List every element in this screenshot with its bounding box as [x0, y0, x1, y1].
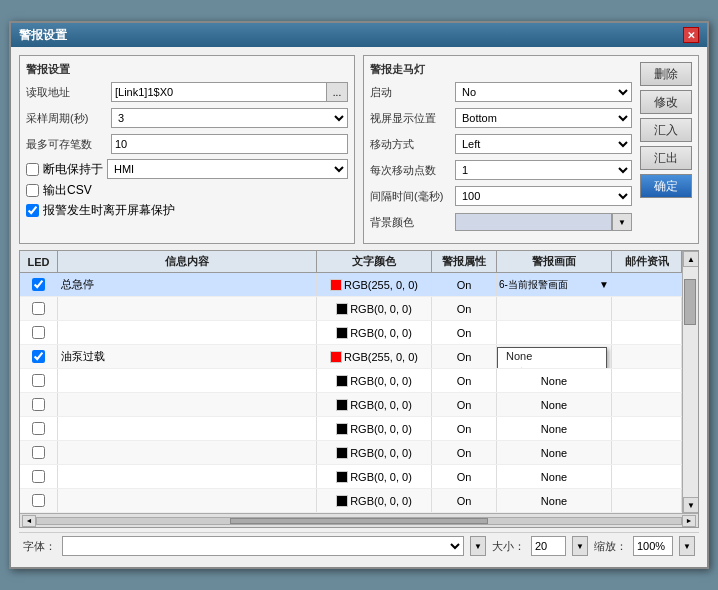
row2-led[interactable] — [20, 297, 58, 320]
move-type-select[interactable]: Left — [455, 134, 632, 154]
top-section: 警报设置 读取地址 ... 采样周期(秒) 3 最多可存笔数 — [19, 55, 699, 244]
bg-color-dropdown-btn[interactable]: ▼ — [612, 213, 632, 231]
h-scroll-thumb[interactable] — [230, 518, 488, 524]
zoom-input[interactable] — [633, 536, 673, 556]
position-select[interactable]: Bottom — [455, 108, 632, 128]
scroll-up-button[interactable]: ▲ — [683, 251, 699, 267]
row10-led-checkbox[interactable] — [32, 494, 45, 507]
size-dropdown-arrow[interactable]: ▼ — [572, 536, 588, 556]
header-info: 信息内容 — [58, 251, 317, 272]
row1-screen-dropdown-icon[interactable]: ▼ — [599, 279, 609, 290]
address-input-group: ... — [111, 82, 348, 102]
row2-color-dot — [336, 303, 348, 315]
move-step-select[interactable]: 1 — [455, 160, 632, 180]
row9-mail — [612, 465, 682, 488]
table-row[interactable]: RGB(0, 0, 0) On None — [20, 441, 682, 465]
import-button[interactable]: 汇入 — [640, 118, 692, 142]
max-records-input[interactable] — [111, 134, 348, 154]
modify-button[interactable]: 修改 — [640, 90, 692, 114]
font-size-input[interactable] — [531, 536, 566, 556]
serial-hmi-label: 断电保持于 — [43, 161, 103, 178]
dropdown-item-1[interactable]: 1-启始画面 — [498, 364, 606, 368]
serial-hmi-select[interactable]: HMI — [107, 159, 348, 179]
export-button[interactable]: 汇出 — [640, 146, 692, 170]
row3-led-checkbox[interactable] — [32, 326, 45, 339]
row5-led[interactable] — [20, 369, 58, 392]
address-input[interactable] — [111, 82, 326, 102]
enable-row: 启动 No — [370, 81, 632, 103]
scroll-down-button[interactable]: ▼ — [683, 497, 699, 513]
table-row[interactable]: RGB(0, 0, 0) On None — [20, 489, 682, 513]
left-panel: 警报设置 读取地址 ... 采样周期(秒) 3 最多可存笔数 — [19, 55, 355, 244]
position-row: 视屏显示位置 Bottom — [370, 107, 632, 129]
row9-color-value: RGB(0, 0, 0) — [350, 471, 412, 483]
row9-led[interactable] — [20, 465, 58, 488]
table-row[interactable]: RGB(0, 0, 0) On None — [20, 417, 682, 441]
table-row[interactable]: RGB(0, 0, 0) On — [20, 297, 682, 321]
enable-select[interactable]: No — [455, 82, 632, 102]
row3-color: RGB(0, 0, 0) — [317, 321, 432, 344]
move-step-label: 每次移动点数 — [370, 163, 455, 178]
zoom-label: 缩放： — [594, 539, 627, 554]
row4-led[interactable] — [20, 345, 58, 368]
scroll-track — [683, 267, 698, 497]
address-label: 读取地址 — [26, 85, 111, 100]
row2-info — [58, 297, 317, 320]
row3-screen — [497, 321, 612, 344]
row9-led-checkbox[interactable] — [32, 470, 45, 483]
interval-select[interactable]: 100 — [455, 186, 632, 206]
row10-led[interactable] — [20, 489, 58, 512]
row6-led-checkbox[interactable] — [32, 398, 45, 411]
row5-led-checkbox[interactable] — [32, 374, 45, 387]
row10-mail — [612, 489, 682, 512]
table-row[interactable]: 总急停 RGB(255, 0, 0) On 6-当前报警画面 ▼ — [20, 273, 682, 297]
row9-color: RGB(0, 0, 0) — [317, 465, 432, 488]
row9-attr: On — [432, 465, 497, 488]
row10-color: RGB(0, 0, 0) — [317, 489, 432, 512]
sample-row: 采样周期(秒) 3 — [26, 107, 348, 129]
row8-info — [58, 441, 317, 464]
left-panel-title: 警报设置 — [26, 62, 348, 77]
output-csv-checkbox[interactable] — [26, 184, 39, 197]
table-row[interactable]: RGB(0, 0, 0) On — [20, 321, 682, 345]
zoom-dropdown-arrow[interactable]: ▼ — [679, 536, 695, 556]
table-row[interactable]: 油泵过载 RGB(255, 0, 0) On None 1-启始画面 — [20, 345, 682, 369]
close-button[interactable]: ✕ — [683, 27, 699, 43]
row6-led[interactable] — [20, 393, 58, 416]
alert-table: LED 信息内容 文字颜色 警报属性 警报画面 邮件资讯 总急停 — [19, 250, 699, 528]
row8-led[interactable] — [20, 441, 58, 464]
row2-led-checkbox[interactable] — [32, 302, 45, 315]
font-select[interactable] — [62, 536, 464, 556]
table-row[interactable]: RGB(0, 0, 0) On None — [20, 465, 682, 489]
font-dropdown-arrow[interactable]: ▼ — [470, 536, 486, 556]
row1-led[interactable] — [20, 273, 58, 296]
address-browse-button[interactable]: ... — [326, 82, 348, 102]
right-panel-inner: 启动 No 视屏显示位置 Bottom 移动方式 — [370, 81, 632, 233]
row7-led-checkbox[interactable] — [32, 422, 45, 435]
h-scroll-left-button[interactable]: ◄ — [22, 515, 36, 527]
row1-screen[interactable]: 6-当前报警画面 ▼ — [497, 273, 612, 296]
serial-hmi-checkbox[interactable] — [26, 163, 39, 176]
scroll-thumb[interactable] — [684, 279, 696, 325]
h-scroll-right-button[interactable]: ► — [682, 515, 696, 527]
row4-color-dot — [330, 351, 342, 363]
table-row[interactable]: RGB(0, 0, 0) On None — [20, 369, 682, 393]
row7-screen: None — [497, 417, 612, 440]
row7-led[interactable] — [20, 417, 58, 440]
row8-led-checkbox[interactable] — [32, 446, 45, 459]
delete-button[interactable]: 删除 — [640, 62, 692, 86]
row7-color-value: RGB(0, 0, 0) — [350, 423, 412, 435]
row4-color-value: RGB(255, 0, 0) — [344, 351, 418, 363]
sample-select[interactable]: 3 — [111, 108, 348, 128]
screen-protect-row: 报警发生时离开屏幕保护 — [26, 202, 348, 219]
row1-led-checkbox[interactable] — [32, 278, 45, 291]
dropdown-item-none[interactable]: None — [498, 348, 606, 364]
screen-protect-checkbox[interactable] — [26, 204, 39, 217]
row3-led[interactable] — [20, 321, 58, 344]
table-row[interactable]: RGB(0, 0, 0) On None — [20, 393, 682, 417]
ok-button[interactable]: 确定 — [640, 174, 692, 198]
table-body: 总急停 RGB(255, 0, 0) On 6-当前报警画面 ▼ — [20, 273, 682, 513]
interval-row: 间隔时间(毫秒) 100 — [370, 185, 632, 207]
row4-led-checkbox[interactable] — [32, 350, 45, 363]
row10-color-dot — [336, 495, 348, 507]
